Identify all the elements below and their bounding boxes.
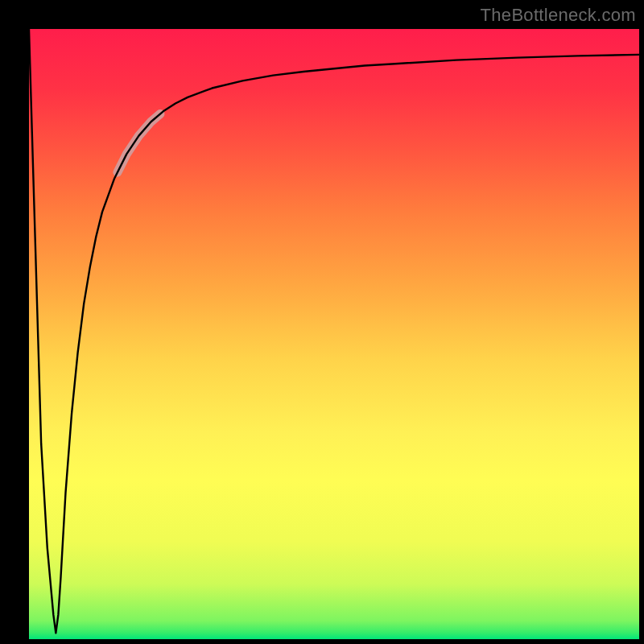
watermark-label: TheBottleneck.com (481, 5, 636, 26)
plot-area (29, 29, 639, 639)
chart-frame: TheBottleneck.com (0, 0, 644, 644)
bottleneck-curve (29, 29, 639, 633)
curve-svg (29, 29, 639, 639)
highlight-segment (118, 114, 160, 173)
